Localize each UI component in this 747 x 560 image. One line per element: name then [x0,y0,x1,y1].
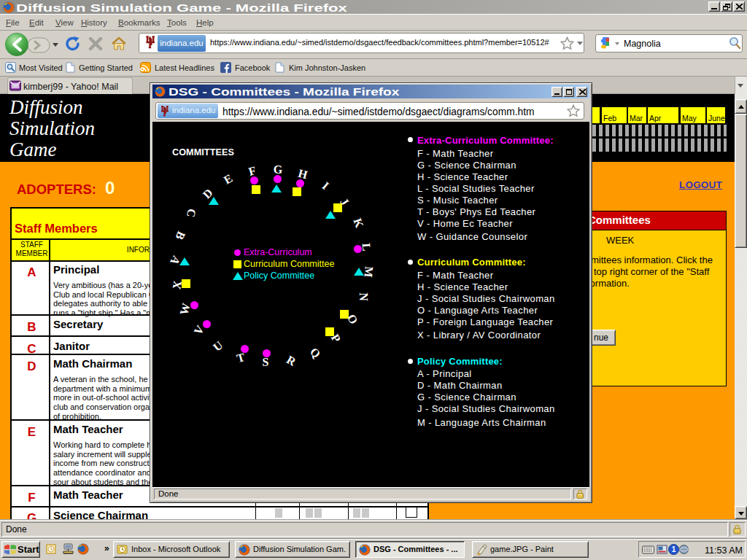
svg-text:1: 1 [672,545,676,553]
